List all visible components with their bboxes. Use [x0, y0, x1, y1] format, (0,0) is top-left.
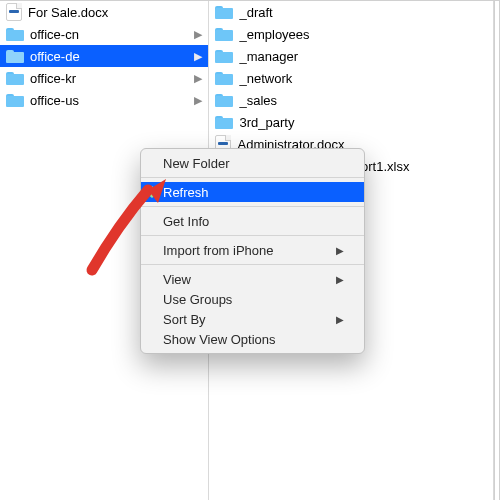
folder-icon — [215, 49, 233, 63]
list-item[interactable]: 3rd_party — [209, 111, 493, 133]
folder-icon — [215, 27, 233, 41]
list-item[interactable]: office-us▶ — [0, 89, 208, 111]
chevron-right-icon: ▶ — [194, 28, 202, 41]
list-item-label: _sales — [239, 93, 487, 108]
chevron-right-icon: ▶ — [336, 245, 344, 256]
list-item[interactable]: _employees — [209, 23, 493, 45]
list-item-label: office-kr — [30, 71, 188, 86]
menu-item-label: Get Info — [163, 214, 209, 229]
list-item[interactable]: _sales — [209, 89, 493, 111]
menu-item-label: Refresh — [163, 185, 209, 200]
menu-item-label: New Folder — [163, 156, 229, 171]
list-item[interactable]: office-kr▶ — [0, 67, 208, 89]
menu-item-label: Show View Options — [163, 332, 276, 347]
menu-item-show-view-options[interactable]: Show View Options — [141, 329, 364, 349]
column-divider — [494, 1, 500, 500]
context-menu: New Folder Refresh Get Info Import from … — [140, 148, 365, 354]
list-item[interactable]: office-cn▶ — [0, 23, 208, 45]
menu-item-label: Import from iPhone — [163, 243, 274, 258]
folder-icon — [215, 71, 233, 85]
list-item[interactable]: _network — [209, 67, 493, 89]
refresh-icon — [146, 186, 159, 198]
folder-icon — [6, 27, 24, 41]
list-item-label: office-us — [30, 93, 188, 108]
list-item[interactable]: office-de▶ — [0, 45, 208, 67]
list-item-label: _manager — [239, 49, 487, 64]
folder-icon — [215, 5, 233, 19]
list-item-label: For Sale.docx — [28, 5, 202, 20]
list-item[interactable]: _draft — [209, 1, 493, 23]
chevron-right-icon: ▶ — [194, 72, 202, 85]
menu-item-refresh[interactable]: Refresh — [141, 182, 364, 202]
menu-item-view[interactable]: View ▶ — [141, 269, 364, 289]
menu-item-get-info[interactable]: Get Info — [141, 211, 364, 231]
folder-icon — [6, 49, 24, 63]
chevron-right-icon: ▶ — [336, 274, 344, 285]
file-icon — [6, 3, 22, 21]
menu-separator — [141, 206, 364, 207]
menu-item-label: Use Groups — [163, 292, 232, 307]
list-item[interactable]: _manager — [209, 45, 493, 67]
menu-item-use-groups[interactable]: Use Groups — [141, 289, 364, 309]
menu-item-label: View — [163, 272, 191, 287]
folder-icon — [215, 115, 233, 129]
menu-separator — [141, 264, 364, 265]
list-item-label: office-cn — [30, 27, 188, 42]
list-item[interactable]: For Sale.docx — [0, 1, 208, 23]
list-item-label: _employees — [239, 27, 487, 42]
folder-icon — [215, 93, 233, 107]
menu-separator — [141, 177, 364, 178]
list-item-label: _draft — [239, 5, 487, 20]
list-item-label: _network — [239, 71, 487, 86]
folder-icon — [6, 93, 24, 107]
menu-item-sort-by[interactable]: Sort By ▶ — [141, 309, 364, 329]
chevron-right-icon: ▶ — [336, 314, 344, 325]
list-item-label: 3rd_party — [239, 115, 487, 130]
menu-item-label: Sort By — [163, 312, 206, 327]
menu-separator — [141, 235, 364, 236]
folder-icon — [6, 71, 24, 85]
menu-item-new-folder[interactable]: New Folder — [141, 153, 364, 173]
list-item-label: office-de — [30, 49, 188, 64]
chevron-right-icon: ▶ — [194, 94, 202, 107]
menu-item-import-iphone[interactable]: Import from iPhone ▶ — [141, 240, 364, 260]
chevron-right-icon: ▶ — [194, 50, 202, 63]
